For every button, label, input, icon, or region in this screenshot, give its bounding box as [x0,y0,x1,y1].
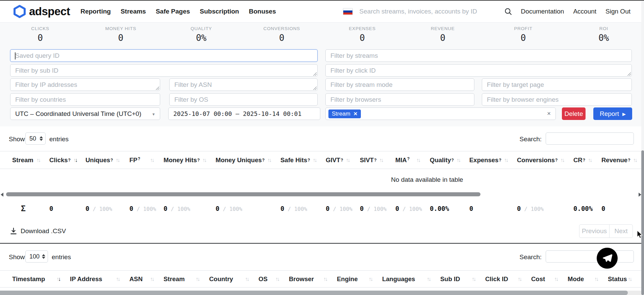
column-header-asn[interactable]: ASN↑↓ [129,275,164,283]
scroll-right-arrow-icon[interactable] [639,193,641,197]
column-header-browser[interactable]: Browser↑↓ [289,275,337,283]
table2-search-input[interactable] [546,250,634,263]
brand-name: adspect [29,5,70,18]
totals-mia: 0/ 100% [395,205,430,212]
resize-handle-icon[interactable] [313,86,317,90]
timezone-select[interactable]: UTC – Coordinated Universal Time (UTC+0)… [10,107,160,120]
totals-row: Σ 0 0/ 100% 0/ 100% 0/ 100% 0/ 100% 0/ 1… [0,202,641,215]
filter-target-page-input[interactable]: Filter by target page [482,78,632,91]
nav-item-reporting[interactable]: Reporting [80,8,111,15]
mouse-cursor [637,230,644,239]
column-header-conversions[interactable]: Conversions?↑↓ [517,156,573,164]
remove-tag-icon[interactable]: ✕ [353,111,358,117]
bottom-scrollbar-thumb[interactable] [0,291,628,295]
column-header-safe-hits[interactable]: Safe Hits?↑↓ [280,156,326,164]
filter-countries-input[interactable]: Filter by countries [10,93,160,106]
nav-item-documentation[interactable]: Documentation [521,8,564,15]
sort-icon: ↑↓ [504,157,507,163]
text-caret [15,52,16,59]
totals-givt: 0/ 100% [326,205,360,212]
column-header-timestamp[interactable]: Timestamp↑↓ [12,275,70,283]
stream-tag[interactable]: Stream ✕ [328,109,361,118]
saved-query-id-input[interactable]: Saved query ID [10,49,318,62]
column-header-country[interactable]: Country↑↓ [209,275,258,283]
resize-handle-icon[interactable] [627,72,631,76]
column-header-stream[interactable]: Stream↑↓ [12,156,49,164]
resize-handle-icon[interactable] [155,86,159,90]
nav-item-streams[interactable]: Streams [121,8,146,15]
filter-stream-mode-input[interactable]: Filter by stream mode [325,78,474,91]
resize-handle-icon[interactable] [313,72,317,76]
search-label: Search: [519,253,542,261]
filter-asn-input[interactable]: Filter by ASN [169,78,318,91]
previous-page-button[interactable]: Previous [579,225,610,238]
adspect-logo[interactable]: adspect [14,5,70,18]
report-table-header: Stream↑↓ Clicks?↑↓ Uniques?↑↓ FP?↑↓ Mone… [0,151,641,169]
column-header-cr[interactable]: CR?↑↓ [573,156,601,164]
column-header-expenses[interactable]: Expenses?↑↓ [469,156,517,164]
date-range-input[interactable]: 2025-10-07 00:00 – 2025-10-14 00:01 [168,107,320,120]
column-header-givt[interactable]: GIVT?↑↓ [326,156,360,164]
telegram-button[interactable] [597,248,618,269]
column-header-status[interactable]: Status↑↓ [608,275,641,283]
filter-ip-input[interactable]: Filter by IP addresses [10,78,160,91]
column-header-os[interactable]: OS↑↓ [258,275,289,283]
column-header-mia[interactable]: MIA?↑↓ [395,156,430,164]
totals-sivt: 0/ 100% [360,205,395,212]
filter-os-input[interactable]: Filter by OS [169,93,318,106]
filter-sub-id-input[interactable]: Filter by sub ID [10,64,318,77]
column-header-sub-id[interactable]: Sub ID↑↓ [440,275,485,283]
column-header-money-hits[interactable]: Money Hits?↑↓ [164,156,216,164]
nav-item-account[interactable]: Account [573,8,596,15]
scroll-left-arrow-icon[interactable] [1,193,3,197]
sort-icon: ↑↓ [560,157,564,163]
column-header-ip-address[interactable]: IP Address↑↓ [70,275,129,283]
column-header-engine[interactable]: Engine↑↓ [337,275,382,283]
column-header-revenue[interactable]: Revenue?↑↓ [601,156,641,164]
download-csv-link[interactable]: Download .CSV [10,224,66,238]
report-button[interactable]: Report ▶ [593,107,632,120]
entries-label: entries [52,253,71,261]
filter-browser-engines-input[interactable]: Filter by browser engines [482,93,632,106]
column-header-cost[interactable]: Cost↑↓ [531,275,568,283]
global-search-input[interactable] [359,5,502,18]
nav-item-sign-out[interactable]: Sign Out [605,8,630,15]
sort-icon: ↑↓ [554,276,558,282]
nav-item-safe-pages[interactable]: Safe Pages [156,8,190,15]
column-header-sivt[interactable]: SIVT?↑↓ [360,156,395,164]
page-size-select[interactable]: 50 [25,132,46,145]
filter-click-id-input[interactable]: Filter by click ID [325,64,632,77]
stat-revenue: REVENUE0 [402,26,483,43]
column-header-clicks[interactable]: Clicks?↑↓ [49,156,85,164]
nav-item-bonuses[interactable]: Bonuses [249,8,276,15]
page-size-select-2[interactable]: 100 [25,250,48,263]
filter-streams-input[interactable]: Filter by streams [325,49,632,62]
nav-item-subscription[interactable]: Subscription [200,8,239,15]
report-columns-multiselect[interactable]: Stream ✕ × [325,107,556,120]
search-icon[interactable] [504,7,512,16]
totals-quality: 0.00% [430,205,469,212]
column-header-uniques[interactable]: Uniques?↑↓ [85,156,129,164]
russian-flag-icon[interactable] [343,8,353,15]
next-page-button[interactable]: Next [610,225,633,238]
totals-sigma: Σ [12,204,49,213]
empty-table-message: No data available in table [391,176,463,183]
column-header-mode[interactable]: Mode↑↓ [568,275,608,283]
column-header-click-id[interactable]: Click ID↑↓ [485,275,531,283]
column-header-languages[interactable]: Languages↑↓ [382,275,440,283]
sort-icon: ↑↓ [633,157,636,163]
delete-button[interactable]: Delete [562,107,586,120]
sort-icon: ↑↓ [150,276,153,282]
column-header-money-uniques[interactable]: Money Uniques?↑↓ [216,156,280,164]
telegram-plane-icon [602,253,613,264]
column-header-quality[interactable]: Quality?↑↓ [430,156,469,164]
clear-select-icon[interactable]: × [547,110,551,117]
pagination: Previous Next [579,224,633,238]
select-spinner-icon [42,254,45,259]
vertical-scrollbar-thumb[interactable] [641,150,644,295]
filter-browsers-input[interactable]: Filter by browsers [325,93,474,106]
horizontal-scrollbar-thumb[interactable] [6,192,480,196]
column-header-stream[interactable]: Stream↑↓ [164,275,209,283]
column-header-fp[interactable]: FP?↑↓ [129,156,164,164]
table1-search-input[interactable] [546,132,634,145]
